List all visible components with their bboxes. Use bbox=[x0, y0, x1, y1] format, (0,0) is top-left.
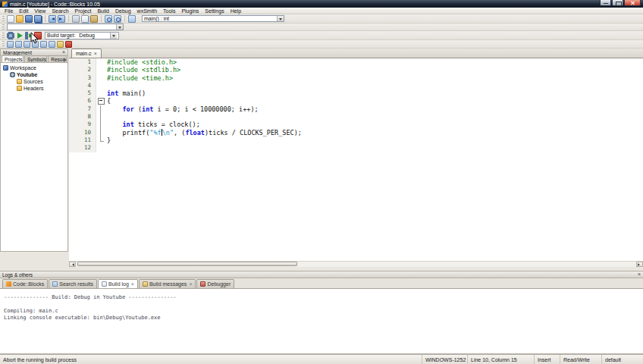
logs-title: Logs & others bbox=[2, 272, 33, 278]
menu-edit[interactable]: Edit bbox=[16, 8, 31, 14]
menu-help[interactable]: Help bbox=[227, 8, 244, 14]
paste-icon[interactable] bbox=[90, 15, 98, 23]
run-icon[interactable] bbox=[16, 32, 24, 39]
symbol-combo[interactable]: main() : int bbox=[142, 15, 284, 22]
logs-tab-build-messages[interactable]: Build messages× bbox=[139, 279, 196, 288]
token-pl: { bbox=[107, 97, 111, 105]
code-text[interactable]: } bbox=[106, 136, 111, 144]
horizontal-scrollbar[interactable] bbox=[69, 261, 643, 267]
menu-search[interactable]: Search bbox=[49, 8, 71, 14]
tree-item-youtube[interactable]: Youtube bbox=[1, 71, 67, 78]
logs-tab-build-log[interactable]: Build log× bbox=[98, 279, 138, 288]
next-instruction-icon[interactable] bbox=[49, 41, 55, 48]
save-all-icon[interactable] bbox=[34, 15, 42, 23]
save-icon[interactable] bbox=[25, 15, 33, 23]
logs-tab-search-results[interactable]: Search results bbox=[49, 279, 97, 288]
code-text[interactable]: { bbox=[106, 97, 111, 105]
stop-debugger-icon[interactable] bbox=[65, 41, 72, 48]
symbol-combo-value: main() : int bbox=[143, 16, 277, 21]
toggle-breakpoint-icon[interactable] bbox=[57, 41, 64, 48]
toolbar-grip[interactable] bbox=[2, 41, 5, 47]
logs-tab-debugger[interactable]: Debugger bbox=[196, 279, 234, 288]
tree-item-headers[interactable]: Headers bbox=[1, 85, 67, 92]
code-editor[interactable]: 1#include <stdio.h>2#include <stdlib.h>3… bbox=[69, 58, 643, 261]
code-text[interactable] bbox=[106, 113, 107, 121]
search-combo-value[interactable] bbox=[8, 24, 116, 30]
close-panel-icon[interactable]: × bbox=[62, 50, 65, 55]
minimize-button[interactable] bbox=[600, 0, 611, 6]
code-text[interactable] bbox=[106, 144, 107, 152]
undo-icon[interactable] bbox=[49, 15, 56, 23]
code-line: 11} bbox=[69, 136, 643, 144]
menu-view[interactable]: View bbox=[31, 8, 49, 14]
menu-file[interactable]: File bbox=[2, 8, 16, 14]
token-kw: int bbox=[122, 121, 133, 128]
debugger-icon bbox=[200, 281, 205, 287]
build-icon[interactable] bbox=[7, 32, 14, 39]
new-file-icon[interactable] bbox=[7, 15, 14, 23]
menu-project[interactable]: Project bbox=[72, 8, 95, 14]
code-text[interactable]: #include <stdlib.h> bbox=[106, 66, 180, 74]
maximize-button[interactable] bbox=[612, 0, 623, 6]
code-line: 10 printf("%f\n", (float)ticks / CLOCKS_… bbox=[69, 129, 643, 136]
code-text[interactable]: int ticks = clock(); bbox=[106, 121, 200, 128]
build-target-combo[interactable]: Debug bbox=[77, 33, 117, 39]
token-pre: #include <time.h> bbox=[107, 74, 173, 82]
toolbar-grip[interactable] bbox=[2, 16, 5, 22]
code-text[interactable]: #include <time.h> bbox=[106, 74, 173, 82]
status-bar: Abort the running build process WINDOWS-… bbox=[0, 354, 643, 364]
next-line-icon[interactable] bbox=[24, 41, 30, 48]
menu-build[interactable]: Build bbox=[94, 8, 112, 14]
open-file-icon[interactable] bbox=[16, 15, 24, 23]
code-text[interactable]: printf("%f\n", (float)ticks / CLOCKS_PER… bbox=[106, 129, 302, 136]
dropdown-arrow-icon[interactable] bbox=[116, 24, 123, 30]
token-pl: printf( bbox=[107, 129, 149, 136]
toolbar-grip[interactable] bbox=[2, 24, 5, 30]
close-tab-icon[interactable]: × bbox=[189, 281, 192, 287]
close-window-button[interactable] bbox=[624, 0, 641, 6]
menu-tools[interactable]: Tools bbox=[160, 8, 178, 14]
toolbar-grip[interactable] bbox=[2, 33, 5, 39]
search-combo[interactable] bbox=[7, 24, 124, 30]
code-line: 4 bbox=[69, 82, 643, 89]
dropdown-arrow-icon[interactable] bbox=[277, 16, 284, 21]
editor-tab-main-c[interactable]: main.c × bbox=[71, 49, 102, 58]
cut-icon[interactable] bbox=[72, 15, 80, 23]
management-tab-projects[interactable]: Projects bbox=[2, 55, 24, 62]
management-tab-symbols[interactable]: Symbols bbox=[24, 55, 47, 62]
replace-icon[interactable] bbox=[114, 15, 121, 23]
tab-scroll-right-icon[interactable] bbox=[64, 58, 67, 62]
menu-settings[interactable]: Settings bbox=[202, 8, 227, 14]
find-icon[interactable] bbox=[105, 15, 112, 23]
tree-item-workspace[interactable]: Workspace bbox=[1, 64, 67, 71]
folder-icon bbox=[17, 79, 22, 84]
close-tab-icon[interactable]: × bbox=[94, 52, 97, 56]
scroll-left-icon[interactable] bbox=[69, 262, 76, 267]
menu-plugins[interactable]: Plugins bbox=[178, 8, 202, 14]
token-pl: } bbox=[107, 136, 111, 144]
tree-item-sources[interactable]: Sources bbox=[1, 78, 67, 85]
logs-tab-code-blocks[interactable]: Code::Blocks bbox=[2, 279, 48, 288]
code-lines: 1#include <stdio.h>2#include <stdlib.h>3… bbox=[69, 58, 643, 152]
code-text[interactable]: int main() bbox=[106, 89, 146, 97]
fold-margin bbox=[96, 136, 106, 144]
scrollbar-thumb[interactable] bbox=[77, 262, 297, 266]
close-tab-icon[interactable]: × bbox=[131, 281, 134, 287]
scrollbar-track[interactable] bbox=[76, 262, 636, 267]
step-out-icon[interactable] bbox=[40, 41, 47, 48]
scroll-right-icon[interactable] bbox=[636, 262, 643, 267]
window-title: main.c [Youtube] - Code::Blocks 10.05 bbox=[10, 1, 100, 8]
tree-label: Headers bbox=[24, 86, 43, 91]
redo-icon[interactable] bbox=[58, 15, 65, 23]
debug-continue-icon[interactable] bbox=[7, 41, 14, 48]
goto-line-icon[interactable] bbox=[128, 15, 136, 23]
close-panel-icon[interactable]: × bbox=[638, 272, 641, 277]
code-text[interactable]: #include <stdio.h> bbox=[106, 58, 177, 66]
code-text[interactable]: for (int i = 0; i < 10000000; i++); bbox=[106, 105, 259, 113]
menu-debug[interactable]: Debug bbox=[112, 8, 134, 14]
code-text[interactable] bbox=[106, 82, 107, 89]
dropdown-arrow-icon[interactable] bbox=[110, 33, 117, 39]
copy-icon[interactable] bbox=[81, 15, 89, 23]
menu-wxsmith[interactable]: wxSmith bbox=[134, 8, 160, 14]
run-to-cursor-icon[interactable] bbox=[15, 41, 22, 48]
